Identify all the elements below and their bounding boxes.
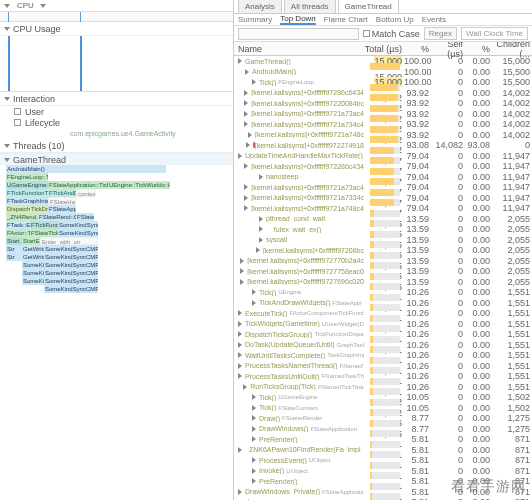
subtab-bottomup[interactable]: Bottom Up bbox=[376, 15, 414, 24]
expand-icon[interactable] bbox=[238, 58, 242, 64]
flame-block[interactable]: FSlateApplication bbox=[48, 205, 76, 213]
match-case-checkbox[interactable]: Match Case bbox=[363, 29, 420, 39]
expand-icon[interactable] bbox=[252, 478, 256, 484]
flame-block[interactable]: FTickFunctionTaskGrp bbox=[30, 221, 58, 229]
timeline-ruler[interactable] bbox=[0, 12, 233, 22]
cpu-dropdown[interactable]: CPU bbox=[17, 1, 34, 10]
expand-icon[interactable] bbox=[238, 363, 242, 369]
expand-icon[interactable] bbox=[244, 195, 248, 201]
expand-icon[interactable] bbox=[245, 69, 249, 75]
expand-icon[interactable] bbox=[244, 184, 248, 190]
expand-icon[interactable] bbox=[238, 331, 242, 337]
expand-icon[interactable] bbox=[256, 247, 260, 253]
lifecycle-row[interactable]: Lifecycle bbox=[0, 117, 233, 128]
flame-block[interactable]: StartExecOuter bbox=[22, 237, 40, 245]
expand-icon[interactable] bbox=[252, 436, 256, 442]
expand-icon[interactable] bbox=[252, 79, 256, 85]
flame-block[interactable]: FSlateHandle bbox=[48, 197, 76, 205]
expand-icon[interactable] bbox=[244, 100, 248, 106]
expand-icon[interactable] bbox=[240, 279, 244, 285]
expand-icon[interactable] bbox=[259, 226, 263, 232]
expand-icon[interactable] bbox=[240, 268, 244, 274]
expand-icon[interactable] bbox=[244, 111, 248, 117]
flame-block[interactable]: SomeKindSyncCMR991b1a7a bbox=[58, 229, 98, 237]
col-total-pct[interactable]: % bbox=[404, 42, 431, 55]
flame-block[interactable]: GetWrite bbox=[22, 253, 44, 261]
tab-all-threads[interactable]: All threads bbox=[284, 0, 336, 13]
col-self-pct[interactable]: % bbox=[465, 42, 492, 55]
chevron-down-icon[interactable] bbox=[4, 4, 10, 8]
tab-gamethread[interactable]: GameThread bbox=[338, 0, 399, 13]
expand-icon[interactable] bbox=[244, 90, 248, 96]
col-name[interactable]: Name bbox=[234, 42, 364, 55]
cpu-usage-row[interactable]: CPU Usage bbox=[0, 22, 233, 36]
flame-block[interactable]: UGameEngine::Tic bbox=[6, 181, 48, 189]
tab-analysis[interactable]: Analysis bbox=[238, 0, 282, 13]
flame-block[interactable]: FSlateRend::DrNu bbox=[38, 213, 76, 221]
thread-item[interactable]: GameThread bbox=[0, 153, 233, 165]
flame-block[interactable]: SomeKindSyncCMR99 bbox=[44, 261, 98, 269]
expand-icon[interactable] bbox=[259, 237, 263, 243]
expand-icon[interactable] bbox=[252, 394, 256, 400]
subtab-flame[interactable]: Flame Chart bbox=[324, 15, 368, 24]
expand-icon[interactable] bbox=[252, 468, 256, 474]
flame-block[interactable]: FSlateApplication::Tick bbox=[48, 181, 108, 189]
checkbox[interactable] bbox=[14, 119, 21, 126]
threads-row[interactable]: Threads (10) bbox=[0, 139, 233, 153]
col-children[interactable]: Children (... bbox=[492, 42, 532, 55]
flame-block[interactable]: SomeKindSyncCMR99 bbox=[44, 253, 98, 261]
interaction-row[interactable]: Interaction bbox=[0, 92, 233, 106]
flame-block[interactable]: FTaskGraphInte bbox=[6, 197, 48, 205]
flame-block[interactable]: _ZN4Rend...::ThrPos bbox=[6, 213, 38, 221]
expand-icon[interactable] bbox=[244, 205, 248, 211]
expand-icon[interactable] bbox=[238, 352, 242, 358]
expand-icon[interactable] bbox=[252, 289, 256, 295]
flame-block[interactable]: Dispatch bbox=[6, 205, 30, 213]
expand-icon[interactable] bbox=[259, 216, 263, 222]
expand-icon[interactable] bbox=[240, 258, 244, 264]
flame-block[interactable]: context bbox=[76, 189, 96, 197]
user-row[interactable]: User bbox=[0, 106, 233, 117]
flame-block[interactable]: SomeKind bbox=[22, 277, 44, 285]
table-row[interactable]: AndroidMain()15,000100.0000.0015,500 bbox=[234, 67, 532, 78]
flame-block[interactable]: FTickAndDrawWidgets bbox=[48, 189, 76, 197]
flame-block[interactable]: FTickFunctionT bbox=[6, 189, 48, 197]
col-self[interactable]: Self (µs) bbox=[431, 42, 465, 55]
expand-icon[interactable] bbox=[248, 132, 252, 138]
expand-icon[interactable] bbox=[252, 300, 256, 306]
cpu-usage-timeline[interactable] bbox=[0, 36, 233, 92]
flame-block[interactable]: SomeKindSyncCMR99701c67 bbox=[58, 221, 98, 229]
expand-icon[interactable] bbox=[238, 342, 242, 348]
expand-icon[interactable] bbox=[246, 142, 250, 148]
flame-block[interactable]: SomeKind bbox=[22, 261, 44, 269]
flame-block[interactable]: SomeKindSyncCMR99 bbox=[44, 269, 98, 277]
flame-block[interactable]: GetWrite bbox=[22, 245, 44, 253]
expand-icon[interactable] bbox=[243, 384, 247, 390]
expand-icon[interactable] bbox=[244, 121, 248, 127]
expand-icon[interactable] bbox=[238, 447, 242, 453]
expand-icon[interactable] bbox=[252, 457, 256, 463]
flame-block[interactable]: SomeKindSyncCMR99 bbox=[44, 245, 98, 253]
flame-block[interactable]: UEngine::TickWorlds::HandleTickate bbox=[108, 181, 170, 189]
expand-icon[interactable] bbox=[238, 373, 242, 379]
table-body[interactable]: GameThread()15,000100.0000.0015,000 Andr… bbox=[234, 56, 532, 500]
flame-block[interactable]: FTask::ExecTask bbox=[6, 221, 30, 229]
subtab-topdown[interactable]: Top Down bbox=[280, 14, 316, 25]
flame-block[interactable]: Start bbox=[6, 237, 22, 245]
regex-button[interactable]: Regex bbox=[424, 27, 457, 40]
flame-block[interactable]: FSlatePwr bbox=[76, 213, 94, 221]
clock-dropdown[interactable]: Wall Clock Time bbox=[461, 27, 528, 40]
flame-block[interactable]: AndroidMain() bbox=[6, 165, 166, 173]
subtab-summary[interactable]: Summary bbox=[238, 15, 272, 24]
expand-icon[interactable] bbox=[238, 321, 242, 327]
flame-block[interactable]: FActor::T..DProc bbox=[6, 229, 30, 237]
search-input[interactable] bbox=[238, 28, 359, 40]
flame-block[interactable]: FSlateTickState bbox=[30, 229, 58, 237]
expand-icon[interactable] bbox=[238, 310, 242, 316]
flame-block[interactable]: TickDri bbox=[30, 205, 48, 213]
flame-block[interactable]: Enter_with_on bbox=[40, 237, 98, 245]
flame-block[interactable]: SomeKind bbox=[22, 269, 44, 277]
expand-icon[interactable] bbox=[252, 405, 256, 411]
expand-icon[interactable] bbox=[244, 163, 248, 169]
expand-icon[interactable] bbox=[259, 174, 263, 180]
